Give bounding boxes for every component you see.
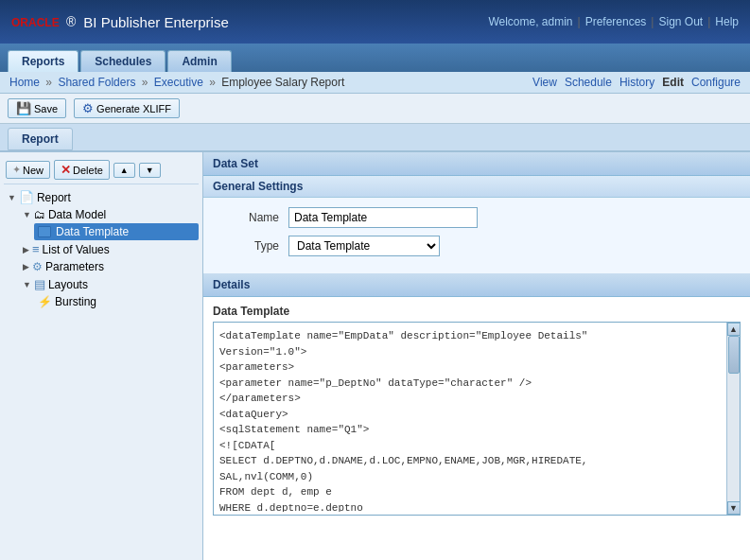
oracle-logo: ORACLE ® [11,14,76,29]
listofvalues-icon: ≡ [32,242,40,256]
logo-area: ORACLE ® BI Publisher Enterprise [11,14,229,30]
breadcrumb-report-name: Employee Salary Report [221,76,344,89]
name-input[interactable] [288,207,478,228]
help-link[interactable]: Help [715,15,739,28]
move-down-button[interactable]: ▼ [139,163,161,178]
delete-icon: ✕ [61,163,71,177]
type-select-wrapper: Data Template SQL Query Oracle BI Analys… [288,236,440,256]
save-icon [16,101,31,115]
tree: ▼ 📄 Report ▼ 🗂 Data Model Data Template [4,188,199,310]
code-editor[interactable] [214,323,726,512]
navbar: Reports Schedules Admin [0,44,750,72]
toolbar: Save Generate XLIFF [0,94,750,124]
datatemplate-icon [38,226,51,237]
registered-mark: ® [66,14,76,29]
scrollbar: ▲ ▼ [726,323,740,515]
report-icon: 📄 [19,190,34,204]
main-content: ✦ New ✕ Delete ▲ ▼ ▼ 📄 [0,151,750,560]
type-row: Type Data Template SQL Query Oracle BI A… [222,236,731,256]
oracle-text: ORACLE [11,16,60,29]
details-header: Details [203,273,750,297]
edit-link[interactable]: Edit [662,76,684,89]
save-button[interactable]: Save [8,98,66,118]
breadcrumb: Home » Shared Folders » Executive » Empl… [9,76,344,89]
schedule-link[interactable]: Schedule [565,76,612,89]
breadcrumb-bar: Home » Shared Folders » Executive » Empl… [0,72,750,94]
bursting-icon: ⚡ [38,295,52,308]
expand-icon-lov: ▶ [23,245,29,254]
tree-item-listofvalues[interactable]: ▶ ≡ List of Values [19,240,199,258]
scrollbar-thumb[interactable] [728,336,740,374]
left-panel: ✦ New ✕ Delete ▲ ▼ ▼ 📄 [0,151,203,560]
name-label: Name [222,211,279,224]
preferences-link[interactable]: Preferences [585,15,647,28]
breadcrumb-home[interactable]: Home [9,76,40,89]
tree-item-bursting[interactable]: ⚡ Bursting [34,293,199,310]
new-button[interactable]: ✦ New [6,161,50,179]
welcome-text: Welcome, admin [488,15,572,28]
right-panel: Data Set General Settings Name Type Data… [203,151,750,560]
tree-item-datamodel[interactable]: ▼ 🗂 Data Model [19,206,199,223]
scroll-down-button[interactable]: ▼ [727,501,741,515]
app-header: ORACLE ® BI Publisher Enterprise Welcome… [0,0,750,44]
scroll-up-button[interactable]: ▲ [727,323,741,336]
view-link[interactable]: View [532,76,557,89]
code-area-wrapper: ▲ ▼ [213,322,741,516]
tree-item-parameters[interactable]: ▶ ⚙ Parameters [19,258,199,275]
down-icon: ▼ [146,166,154,175]
breadcrumb-actions: View Schedule History Edit Configure [532,76,741,89]
new-icon: ✦ [12,164,21,176]
header-right: Welcome, admin | Preferences | Sign Out … [488,15,739,28]
tree-item-layouts[interactable]: ▼ ▤ Layouts [19,275,199,293]
panel-toolbar: ✦ New ✕ Delete ▲ ▼ [4,156,199,184]
tab-reports[interactable]: Reports [8,50,78,72]
up-icon: ▲ [120,166,129,175]
xliff-icon [82,101,94,115]
type-label: Type [222,239,279,253]
type-select[interactable]: Data Template SQL Query Oracle BI Analys… [288,236,440,256]
general-settings-header: General Settings [203,176,750,198]
tree-item-datatemplate[interactable]: Data Template [34,223,199,240]
configure-link[interactable]: Configure [691,76,741,89]
bi-publisher-title: BI Publisher Enterprise [83,14,228,30]
expand-icon-layouts: ▼ [23,280,31,289]
data-template-label: Data Template [213,305,741,318]
history-link[interactable]: History [619,76,654,89]
tab-admin[interactable]: Admin [167,50,231,72]
tab-schedules[interactable]: Schedules [80,50,166,72]
expand-icon-params: ▶ [23,262,29,271]
expand-icon-dm: ▼ [23,210,31,219]
expand-icon: ▼ [8,193,16,202]
datamodel-icon: 🗂 [34,208,45,221]
signout-link[interactable]: Sign Out [658,15,703,28]
dataset-header: Data Set [203,152,750,176]
tree-item-report[interactable]: ▼ 📄 Report [4,188,199,206]
details-area: Data Template ▲ ▼ [203,297,750,523]
delete-button[interactable]: ✕ Delete [54,160,110,180]
move-up-button[interactable]: ▲ [113,163,135,178]
layouts-icon: ▤ [34,277,45,291]
name-row: Name [222,207,731,228]
general-settings-form: Name Type Data Template SQL Query Oracle… [203,198,750,273]
generate-xliff-button[interactable]: Generate XLIFF [74,98,180,118]
parameters-icon: ⚙ [32,260,43,273]
report-tab[interactable]: Report [8,128,73,150]
breadcrumb-shared-folders[interactable]: Shared Folders [58,76,135,89]
breadcrumb-executive[interactable]: Executive [154,76,203,89]
